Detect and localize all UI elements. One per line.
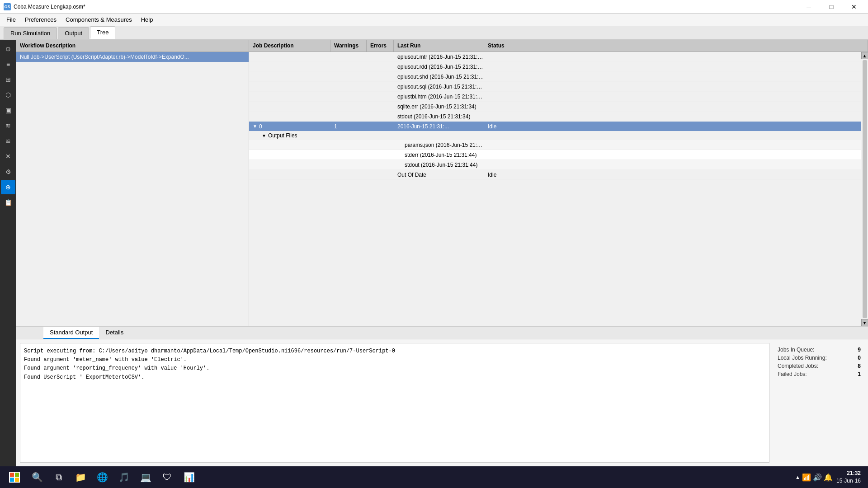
taskbar: 🔍 ⧉ 📁 🌐 🎵 💻 🛡 📊 ▲ 📶 🔊 🔔 21:32 15-Jun-16 [0,466,868,488]
close-button[interactable]: ✕ [844,0,864,14]
job-file-row-2[interactable]: eplusout.shd (2016-Jun-15 21:31:29) [249,72,861,82]
file-warnings-2 [332,76,368,77]
sub-file-row-0[interactable]: params.json (2016-Jun-15 21:31:35) [249,140,861,150]
menu-help[interactable]: Help [137,14,158,25]
menu-components[interactable]: Components & Measures [61,14,137,25]
stat-failed-value: 1 [858,371,861,377]
jobs-rows: eplusout.mtr (2016-Jun-15 21:31:34) eplu… [249,52,861,326]
file-jobdesc-3 [251,86,332,87]
sidebar-icon-2[interactable]: ⊞ [1,72,15,87]
file-status-2 [486,76,859,77]
menu-preferences[interactable]: Preferences [20,14,61,25]
workflow-rows: Null Job->UserScript (UserScriptAdapter.… [16,52,249,326]
sidebar-icon-4[interactable]: ▣ [1,103,15,117]
sub-file-row-2[interactable]: stdout (2016-Jun-15 21:31:44) [249,160,861,170]
tab-standard-output[interactable]: Standard Output [43,327,99,339]
subfile-lastrun-0: params.json (2016-Jun-15 21:31:35) [396,141,486,149]
job-file-row-1[interactable]: eplusout.rdd (2016-Jun-15 21:31:29) [249,62,861,72]
tab-bar: Run Simulation Output Tree [0,26,868,40]
taskbar-date-value: 15-Jun-16 [836,477,861,485]
header-workflow: Workflow Description [16,40,249,52]
output-files-header[interactable]: ▼ Output Files [249,131,861,140]
vertical-scrollbar[interactable]: ▲ ▼ [861,52,868,326]
sidebar-icon-7[interactable]: ✕ [1,149,15,164]
task-view-button[interactable]: ⧉ [49,468,69,486]
vscode-button[interactable]: 💻 [136,468,156,486]
tab-details[interactable]: Details [99,327,130,339]
app1-button[interactable]: 🛡 [157,468,177,486]
app2-button[interactable]: 📊 [179,468,199,486]
app2-icon: 📊 [184,472,195,483]
chevron-down-icon: ▼ [253,124,257,129]
chrome-button[interactable]: 🌐 [92,468,112,486]
svg-rect-0 [10,473,14,477]
sidebar-icon-1[interactable]: ≡ [1,57,15,71]
file-lastrun-3: eplusout.sql (2016-Jun-15 21:31:34) [396,83,486,90]
file-errors-4 [368,96,396,97]
file-jobdesc-5 [251,106,332,107]
search-taskbar-button[interactable]: 🔍 [27,468,47,486]
file-jobdesc-4 [251,96,332,97]
sub-file-row-1[interactable]: stderr (2016-Jun-15 21:31:44) [249,150,861,160]
spotify-button[interactable]: 🎵 [114,468,134,486]
summary-warnings [332,174,368,175]
sidebar-icon-9[interactable]: ⊕ [1,180,15,194]
app-icon-label: OS [4,5,10,9]
chevron-up-icon[interactable]: ▲ [795,474,800,480]
file-status-4 [486,96,859,97]
file-errors-1 [368,66,396,67]
minimize-button[interactable]: ─ [798,0,819,14]
job-file-row-5[interactable]: sqlite.err (2016-Jun-15 21:31:34) [249,102,861,112]
stat-completed-value: 8 [858,363,861,369]
file-status-0 [486,56,859,57]
file-warnings-6 [332,116,368,117]
summary-row[interactable]: Out Of Date Idle [249,170,861,180]
sidebar-icon-6[interactable]: ≌ [1,134,15,148]
task-view-icon: ⧉ [56,472,62,483]
sidebar-icon-8[interactable]: ⚙ [1,164,15,179]
job-file-row-3[interactable]: eplusout.sql (2016-Jun-15 21:31:34) [249,82,861,92]
summary-errors [368,174,396,175]
tree-area: Workflow Description Job Description War… [16,40,868,466]
scroll-down-button[interactable]: ▼ [861,319,868,326]
tab-tree[interactable]: Tree [90,26,115,39]
start-icon [9,472,20,483]
workflow-row[interactable]: Null Job->UserScript (UserScriptAdapter.… [16,52,249,62]
vscode-icon: 💻 [140,472,151,483]
scroll-thumb[interactable] [863,60,867,318]
workflow-row-label: Null Job->UserScript (UserScriptAdapter.… [20,54,189,60]
svg-rect-1 [15,473,19,477]
sidebar-icon-0[interactable]: ⊙ [1,42,15,56]
subfile-lastrun-2: stdout (2016-Jun-15 21:31:44) [396,161,486,169]
bottom-tabs: Standard Output Details [16,327,868,339]
file-lastrun-4: eplustbl.htm (2016-Jun-15 21:31:34) [396,93,486,100]
sidebar-icon-3[interactable]: ⬡ [1,88,15,102]
job-file-row-0[interactable]: eplusout.mtr (2016-Jun-15 21:31:34) [249,52,861,62]
sidebar-icon-10[interactable]: 📋 [1,195,15,210]
table-header: Workflow Description Job Description War… [16,40,868,52]
file-lastrun-2: eplusout.shd (2016-Jun-15 21:31:29) [396,73,486,80]
file-status-3 [486,86,859,87]
taskbar-time-value: 21:32 [836,469,861,477]
job-file-row-4[interactable]: eplustbl.htm (2016-Jun-15 21:31:34) [249,92,861,102]
sys-icons: ▲ 📶 🔊 🔔 [795,473,833,482]
start-button[interactable] [4,468,25,486]
maximize-button[interactable]: □ [821,0,842,14]
job-errors [368,126,396,127]
taskbar-clock: 21:32 15-Jun-16 [836,469,861,485]
output-line-6: Found UserScript ' ExportMetertoCSV'. [24,373,765,382]
tab-output[interactable]: Output [58,27,89,39]
job-row-selected[interactable]: ▼ 0 1 2016-Jun-15 21:31:... Idle [249,122,861,131]
subfile-jobdesc-1 [251,155,332,155]
stat-jobs-queue-value: 9 [858,347,861,353]
menu-bar: File Preferences Components & Measures H… [0,14,868,26]
sidebar-icon-5[interactable]: ≋ [1,118,15,133]
tab-run-simulation[interactable]: Run Simulation [4,27,57,39]
file-explorer-button[interactable]: 📁 [71,468,90,486]
job-file-row-6[interactable]: stdout (2016-Jun-15 21:31:34) [249,112,861,122]
scroll-up-button[interactable]: ▲ [861,52,868,59]
file-warnings-3 [332,86,368,87]
menu-file[interactable]: File [2,14,20,25]
subfile-warnings-0 [332,145,368,145]
file-lastrun-6: stdout (2016-Jun-15 21:31:34) [396,113,486,120]
